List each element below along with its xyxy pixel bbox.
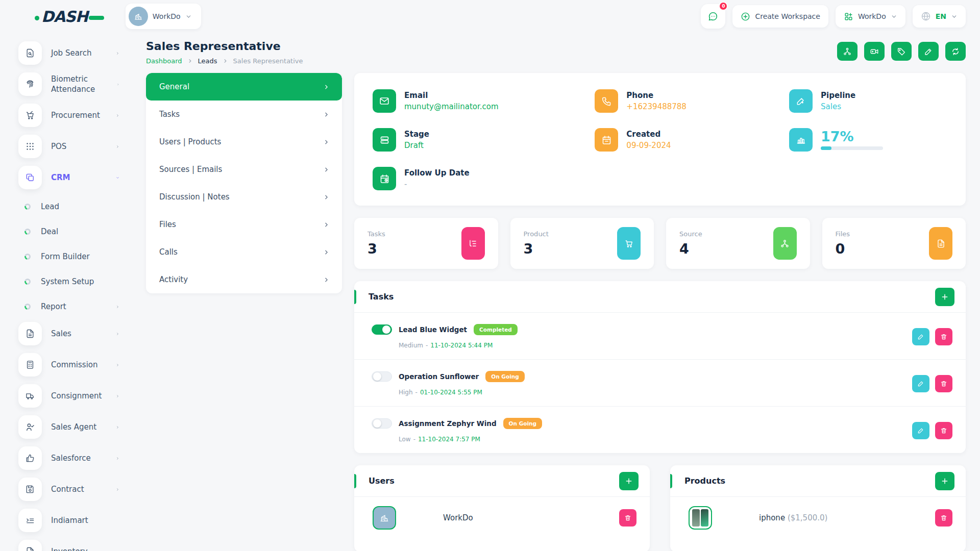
chevron-down-icon [185, 13, 192, 20]
sidebar-item-inventory[interactable]: Inventory [18, 539, 122, 551]
tag-icon [897, 47, 906, 56]
video-call-button[interactable] [864, 42, 885, 61]
breadcrumb-separator-icon [223, 58, 228, 64]
chevron-right-icon [117, 81, 122, 88]
sidebar-item-sales[interactable]: Sales [18, 321, 122, 346]
truck-icon [18, 384, 42, 408]
sidebar-item-indiamart[interactable]: Indiamart [18, 508, 122, 533]
delete-product-button[interactable] [935, 509, 952, 527]
chevron-right-icon [323, 194, 330, 201]
delete-user-button[interactable] [619, 509, 636, 527]
lead-created: Created 09-09-2024 [595, 128, 781, 152]
page-actions [837, 42, 966, 61]
topbar: DASH WorkDo 0 Create Workspace [0, 0, 980, 33]
messages-button[interactable]: 0 [701, 4, 725, 29]
sidebar: Job Search Biometric Attendance Procurem… [0, 33, 134, 551]
tab-files[interactable]: Files [146, 211, 342, 238]
server-icon [373, 128, 396, 152]
sidebar-item-job-search[interactable]: Job Search [18, 41, 122, 65]
add-task-button[interactable] [935, 288, 954, 306]
tab-discussion-notes[interactable]: Discussion | Notes [146, 183, 342, 211]
edit-task-button[interactable] [912, 375, 929, 392]
task-meta: Medium - 11-10-2024 5:44 PM [399, 342, 518, 349]
pencil-icon [917, 380, 924, 387]
sidebar-item-biometric-attendance[interactable]: Biometric Attendance [18, 72, 122, 96]
add-product-button[interactable] [935, 472, 954, 490]
bullet-icon [24, 304, 31, 310]
user-check-icon [18, 415, 42, 439]
sidebar-item-salesforce[interactable]: Salesforce [18, 446, 122, 470]
envelope-icon [373, 89, 396, 113]
edit-button[interactable] [918, 42, 939, 61]
add-user-button[interactable] [619, 472, 639, 490]
create-workspace-button[interactable]: Create Workspace [732, 5, 828, 28]
logo-dot [35, 16, 39, 20]
sidebar-item-pos[interactable]: POS [18, 134, 122, 159]
tab-calls[interactable]: Calls [146, 238, 342, 266]
tab-users-products[interactable]: Users | Products [146, 128, 342, 156]
trash-icon [940, 514, 947, 521]
edit-task-button[interactable] [912, 328, 929, 345]
sitemap-button[interactable] [837, 42, 857, 61]
chevron-right-icon [116, 331, 122, 337]
delete-task-button[interactable] [935, 422, 952, 439]
convert-button[interactable] [945, 42, 966, 61]
thumbs-up-icon [18, 446, 42, 470]
task-toggle[interactable] [372, 418, 392, 429]
task-name: Lead Blue Widget [399, 325, 467, 334]
delete-task-button[interactable] [935, 328, 952, 345]
sidebar-subitem-lead[interactable]: Lead [18, 196, 122, 217]
task-row: Lead Blue Widget Completed Medium - 11-1… [354, 313, 966, 360]
sidebar-item-contract[interactable]: Contract [18, 477, 122, 502]
tab-activity[interactable]: Activity [146, 266, 342, 293]
video-icon [870, 47, 879, 56]
breadcrumb-current: Sales Representative [233, 57, 303, 65]
sidebar-subitem-system-setup[interactable]: System Setup [18, 271, 122, 292]
tab-tasks[interactable]: Tasks [146, 101, 342, 128]
calculator-icon [18, 353, 42, 377]
task-toggle[interactable] [372, 324, 392, 335]
users-card: Users WorkDo [354, 465, 650, 551]
workspace-selector[interactable]: WorkDo [126, 4, 201, 29]
sidebar-item-commission[interactable]: Commission [18, 353, 122, 377]
crm-icon [18, 166, 42, 189]
label-button[interactable] [891, 42, 912, 61]
breadcrumb-dashboard[interactable]: Dashboard [146, 57, 182, 65]
tab-general[interactable]: General [146, 73, 342, 101]
task-status-badge: On Going [503, 418, 542, 429]
main-content: Sales Representative Dashboard Leads Sal… [134, 33, 980, 551]
plus-icon [625, 477, 633, 485]
task-toggle[interactable] [372, 371, 392, 382]
calendar-clock-icon [373, 167, 396, 190]
sidebar-item-sales-agent[interactable]: Sales Agent [18, 415, 122, 439]
chevron-right-icon [116, 486, 122, 493]
chevron-right-icon [323, 166, 330, 173]
trash-icon [940, 333, 947, 340]
sidebar-subitem-deal[interactable]: Deal [18, 221, 122, 242]
app-menu-selector[interactable]: WorkDo [836, 5, 905, 28]
chevron-right-icon [323, 249, 330, 256]
sidebar-item-crm[interactable]: CRM [18, 165, 122, 190]
product-row: iphone ($1,500.0) [670, 497, 966, 539]
language-selector[interactable]: EN [913, 5, 966, 28]
lead-progress-bar [821, 146, 883, 150]
delete-task-button[interactable] [935, 375, 952, 392]
bullet-icon [24, 279, 31, 285]
sidebar-subitem-report[interactable]: Report [18, 296, 122, 317]
section-accent [354, 474, 356, 488]
task-meta: High - 01-10-2024 5:55 PM [399, 389, 525, 396]
tab-sources-emails[interactable]: Sources | Emails [146, 156, 342, 183]
plus-icon [941, 477, 949, 485]
chevron-right-icon [323, 277, 330, 283]
task-row: Assignment Zephyr Wind On Going Low - 11… [354, 407, 966, 453]
sidebar-subitem-form-builder[interactable]: Form Builder [18, 246, 122, 267]
chevron-right-icon [323, 111, 330, 118]
sidebar-item-procurement[interactable]: Procurement [18, 103, 122, 128]
chevron-right-icon [323, 139, 330, 145]
sidebar-item-consignment[interactable]: Consignment [18, 384, 122, 408]
breadcrumb-leads[interactable]: Leads [198, 57, 217, 65]
chevron-down-icon [951, 13, 958, 20]
edit-task-button[interactable] [912, 422, 929, 439]
task-status-badge: On Going [485, 371, 524, 382]
chevron-right-icon [116, 143, 122, 150]
